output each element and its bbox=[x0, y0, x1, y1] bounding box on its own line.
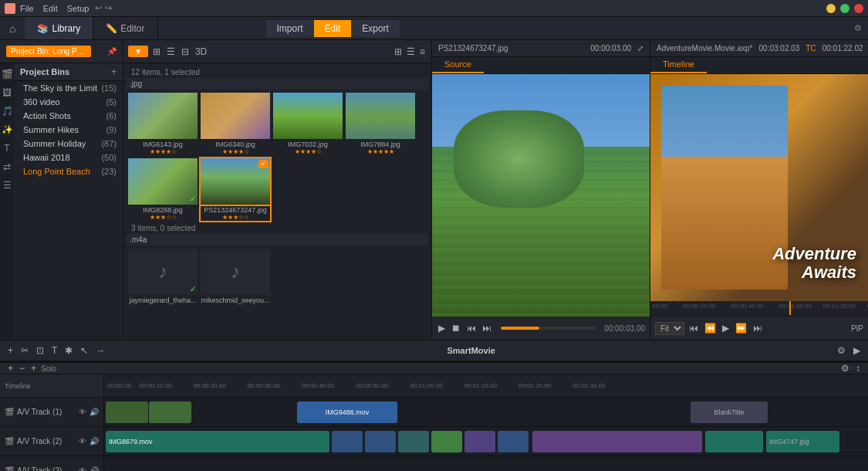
clip-2-1[interactable] bbox=[332, 431, 363, 452]
eye-icon-3[interactable]: 👁 bbox=[79, 466, 86, 471]
fit-select[interactable]: Fit bbox=[655, 322, 684, 335]
media-icon[interactable]: 🎬 bbox=[1, 68, 13, 80]
clip-2-3[interactable] bbox=[398, 431, 429, 452]
media-item-2[interactable]: IMG7032.jpg ★★★★☆ bbox=[273, 93, 343, 155]
next-icon[interactable]: ⏭ bbox=[481, 323, 493, 334]
minimize-button[interactable] bbox=[826, 4, 836, 13]
text-icon[interactable]: T bbox=[1, 142, 13, 154]
tab-library[interactable]: 📚 Library bbox=[25, 17, 93, 39]
clip-2-4[interactable] bbox=[431, 431, 462, 452]
clip-1-1[interactable] bbox=[149, 402, 191, 423]
prev-icon[interactable]: ⏮ bbox=[465, 323, 478, 334]
timeline-tab[interactable]: Timeline bbox=[650, 56, 707, 73]
menu-file[interactable]: File bbox=[20, 4, 34, 13]
new-bin-button[interactable]: ▼ bbox=[128, 46, 148, 57]
sidebar-icon-strip: 🎬 🖼 🎵 ✨ T ⇄ ☰ bbox=[0, 63, 14, 340]
bin-item-2[interactable]: Action Shots (6) bbox=[14, 109, 123, 123]
clip-2-8[interactable] bbox=[705, 431, 763, 452]
speaker-icon-3[interactable]: 🔊 bbox=[90, 466, 99, 471]
bin-item-6[interactable]: Long Point Beach (23) bbox=[14, 164, 123, 178]
grid-view-icon[interactable]: ⊞ bbox=[394, 46, 402, 57]
menu-edit[interactable]: Edit bbox=[43, 4, 58, 13]
sort-icon[interactable]: ⊞ bbox=[153, 46, 160, 57]
timeline-toolbar-cursor-icon[interactable]: ↖ bbox=[80, 345, 88, 356]
smart-movie-play-icon[interactable]: ▶ bbox=[853, 345, 860, 356]
rewind-icon[interactable]: ⏮ bbox=[687, 323, 700, 334]
fast-fwd-icon[interactable]: ⏭ bbox=[751, 323, 764, 334]
stop-icon[interactable]: ⏹ bbox=[450, 323, 462, 334]
track-icon-3: 🎬 bbox=[5, 466, 14, 471]
3d-icon[interactable]: 3D bbox=[195, 46, 207, 57]
bin-item-0[interactable]: The Sky is the Limit (15) bbox=[14, 81, 123, 95]
timeline-toolbar-snap-icon[interactable]: ⊡ bbox=[36, 345, 44, 356]
fx-icon[interactable]: ✨ bbox=[1, 124, 13, 136]
clip-1-2[interactable]: IMG9486.mov bbox=[297, 402, 397, 423]
maximize-button[interactable] bbox=[840, 4, 849, 13]
clip-2-7[interactable] bbox=[532, 431, 702, 452]
export-button[interactable]: Export bbox=[351, 20, 400, 37]
source-expand-icon[interactable]: ⤢ bbox=[637, 44, 643, 53]
eye-icon-1[interactable]: 👁 bbox=[79, 408, 86, 416]
clip-1-3[interactable]: BlankTitle bbox=[691, 402, 768, 423]
detail-view-icon[interactable]: ≡ bbox=[420, 46, 425, 57]
media-item-5[interactable]: ✓ PS21324673247.jpg ★★★☆☆ bbox=[201, 158, 270, 221]
transition-icon[interactable]: ⇄ bbox=[1, 161, 13, 173]
eye-icon-2[interactable]: 👁 bbox=[79, 437, 86, 446]
play-icon[interactable]: ▶ bbox=[437, 323, 447, 334]
pip-label[interactable]: PIP bbox=[851, 324, 863, 333]
view-icon[interactable]: ⊟ bbox=[181, 46, 189, 57]
home-icon[interactable]: ⌂ bbox=[5, 22, 20, 35]
zoom-out-icon[interactable]: − bbox=[19, 363, 25, 374]
speaker-icon-2[interactable]: 🔊 bbox=[90, 437, 99, 446]
timeline-toolbar-add-icon[interactable]: + bbox=[8, 345, 13, 356]
speaker-icon-1[interactable]: 🔊 bbox=[90, 408, 99, 416]
media-item-3[interactable]: IMG7884.jpg ★★★★★ bbox=[346, 93, 415, 155]
timeline-toolbar-t-icon[interactable]: T bbox=[52, 345, 57, 356]
settings-icon[interactable]: ⚙ bbox=[854, 23, 862, 33]
media-item-1[interactable]: IMG6340.jpg ★★★★☆ bbox=[201, 93, 270, 155]
clip-2-5[interactable] bbox=[464, 431, 495, 452]
step-fwd-icon[interactable]: ⏩ bbox=[734, 323, 748, 334]
step-back-icon[interactable]: ⏪ bbox=[703, 323, 718, 334]
undo-icon[interactable]: ↩ bbox=[95, 3, 102, 13]
close-button[interactable] bbox=[854, 4, 863, 13]
track-settings-icon[interactable]: ⚙ bbox=[841, 363, 849, 374]
timeline-toolbar-split-icon[interactable]: ✂ bbox=[21, 345, 29, 356]
import-button[interactable]: Import bbox=[266, 20, 314, 37]
track-row-3 bbox=[104, 456, 868, 471]
clip-2-6[interactable] bbox=[498, 431, 529, 452]
menu-icon[interactable]: ☰ bbox=[1, 179, 13, 191]
smart-movie-settings-icon[interactable]: ⚙ bbox=[837, 345, 846, 356]
media-item-0[interactable]: IMG6143.jpg ★★★★☆ bbox=[128, 93, 198, 155]
timeline-scrubber[interactable]: 00:00 00:00:20.00 00:00:40.00 00:01:00.0… bbox=[650, 301, 868, 317]
add-track-icon[interactable]: + bbox=[8, 363, 13, 374]
zoom-in-icon[interactable]: + bbox=[31, 363, 36, 374]
audio-item-1[interactable]: ♪ mikeschmid_seeyou... bbox=[201, 249, 270, 304]
bin-item-1[interactable]: 360 video (5) bbox=[14, 95, 123, 109]
clip-2-2[interactable] bbox=[365, 431, 396, 452]
bin-item-5[interactable]: Hawaii 2018 (50) bbox=[14, 151, 123, 164]
bin-item-4[interactable]: Summer Holiday (87) bbox=[14, 137, 123, 151]
list-view-icon[interactable]: ☰ bbox=[407, 46, 415, 57]
redo-icon[interactable]: ↪ bbox=[105, 3, 112, 13]
pin-icon[interactable]: 📌 bbox=[107, 47, 117, 56]
media-item-4[interactable]: ✓ IMG8268.jpg ★★★☆☆ bbox=[128, 158, 198, 221]
filter-icon[interactable]: ☰ bbox=[167, 46, 175, 57]
photo-icon[interactable]: 🖼 bbox=[1, 86, 13, 99]
timeline-toolbar-fx-icon[interactable]: ✱ bbox=[65, 345, 73, 356]
audio-item-0[interactable]: ♪ ✓ jaymiegerard_theha... bbox=[128, 249, 198, 304]
timeline-toolbar-arrow-icon[interactable]: → bbox=[96, 345, 105, 356]
audio-icon[interactable]: 🎵 bbox=[1, 105, 13, 117]
clip-1-0[interactable] bbox=[106, 402, 148, 423]
track-arrow-icon[interactable]: ↕ bbox=[856, 363, 860, 374]
bin-item-3[interactable]: Summer Hikes (9) bbox=[14, 123, 123, 137]
menu-setup[interactable]: Setup bbox=[67, 4, 90, 13]
edit-button[interactable]: Edit bbox=[314, 20, 352, 37]
play-pause-icon[interactable]: ▶ bbox=[721, 323, 731, 334]
sidebar-inner: 🎬 🖼 🎵 ✨ T ⇄ ☰ Project Bins + The Sky is … bbox=[0, 63, 123, 340]
source-tab[interactable]: Source bbox=[432, 56, 484, 73]
add-bin-icon[interactable]: + bbox=[111, 66, 117, 77]
tab-editor[interactable]: ✏️ Editor bbox=[93, 17, 157, 39]
clip-2-9[interactable]: IMG4747.jpg bbox=[766, 431, 839, 452]
clip-2-0[interactable]: IMG8679.mov bbox=[106, 431, 329, 452]
